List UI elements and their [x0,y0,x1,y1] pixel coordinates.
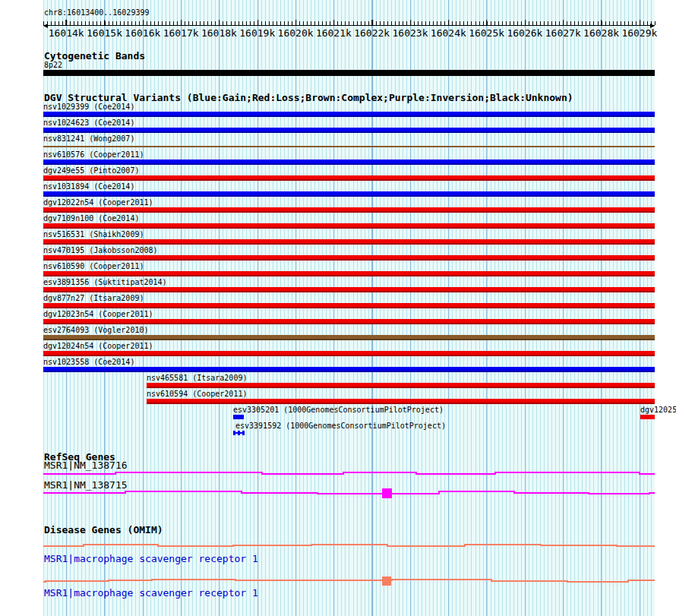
gene-model-line [43,545,655,546]
region-coordinates-label: chr8:16013400..16029399 [44,8,149,17]
dgv-feature-label[interactable]: nsv610590 (Cooper2011) [43,262,144,270]
gene-exon-marker [382,488,392,498]
ruler-tick-label: 16027k [545,28,581,38]
track-title-cytogenetic-bands: Cytogenetic Bands [44,51,145,62]
dgv-feature-label[interactable]: dgv7109n100 (Coe2014) [43,214,139,223]
dgv-feature-label[interactable]: esv3891356 (Suktitipat2014) [43,278,167,286]
omim-gene-label[interactable]: MSR1|macrophage scavenger receptor 1 [44,588,258,598]
dgv-feature-label[interactable]: dgv877n27 (Itsara2009) [43,294,144,302]
dgv-feature-bar[interactable] [43,128,655,133]
dgv-feature-bar[interactable] [43,319,655,324]
cytoband-bar[interactable] [43,70,655,76]
ruler-tick-label: 16021k [316,28,352,38]
dgv-feature-label[interactable]: dgv249e55 (Pinto2007) [43,166,139,175]
dgv-feature-label[interactable]: esv3391592 (1000GenomesConsortiumPilotPr… [235,422,446,430]
ruler-tick-label: 16017k [163,28,199,38]
refseq-gene-label[interactable]: MSR1|NM_138716 [44,460,128,470]
dgv-feature-label[interactable]: dgv12023n54 (Cooper2011) [43,310,153,318]
dgv-feature-bar[interactable] [147,383,655,388]
ruler-left-arrow-icon [43,24,48,28]
track-title-dgv-structural-variants: DGV Structural Variants (Blue:Gain;Red:L… [44,93,573,103]
dgv-feature-label[interactable]: nsv516531 (Shaikh2009) [43,230,144,239]
dgv-feature-label[interactable]: dgv12022n54 (Cooper2011) [43,198,153,207]
gene-exon-marker [382,577,391,586]
gene-model-line [43,472,655,474]
dgv-feature-bar[interactable] [43,335,655,340]
dgv-feature-bar[interactable] [640,415,655,419]
ruler-tick-label: 16014k [49,28,84,38]
dgv-feature-label[interactable]: esv2764093 (Vogler2010) [43,326,148,334]
dgv-feature-label[interactable]: nsv1023558 (Coe2014) [43,358,134,366]
genome-browser-page: chr8:16013400..16029399 16014k16015k1601… [0,0,676,616]
dgv-feature-bar[interactable] [43,175,655,181]
ruler-tick-label: 16024k [431,28,466,38]
dgv-feature-label[interactable]: nsv470195 (Jakobsson2008) [43,246,158,254]
ruler-tick-label: 16025k [469,28,504,38]
ruler-tick-label: 16028k [583,28,619,38]
gene-model-line [43,580,655,582]
ruler-tick-label: 16029k [621,28,657,38]
dgv-feature-bar[interactable] [43,112,655,117]
ruler-tick-label: 16026k [507,28,542,38]
dgv-feature-label[interactable]: dgv12024n54 (Cooper2011) [43,342,153,350]
dgv-feature-bar[interactable] [43,207,655,213]
dgv-feature-label[interactable]: dgv12025 [640,406,676,414]
dgv-feature-label[interactable]: nsv610576 (Cooper2011) [43,150,144,159]
ruler-tick-label: 16022k [354,28,390,38]
hatched-bar-crossbar [233,432,245,434]
dgv-feature-label[interactable]: nsv1024623 (Coe2014) [43,118,134,127]
dgv-feature-bar[interactable] [43,146,655,147]
dgv-feature-label[interactable]: nsv831241 (Wong2007) [43,134,134,143]
gene-model-line [43,491,655,494]
dgv-feature-bar[interactable] [43,367,655,372]
dgv-feature-label[interactable]: nsv610594 (Cooper2011) [147,390,247,398]
dgv-feature-label[interactable]: nsv1029399 (Coe2014) [43,103,134,111]
dgv-feature-bar[interactable] [43,223,655,229]
dgv-feature-bar[interactable] [43,160,655,165]
dgv-feature-bar[interactable] [43,255,655,261]
ruler-tick-label: 16016k [125,28,160,38]
dgv-feature-bar[interactable] [43,191,655,197]
ruler-tick-label: 16015k [87,28,122,38]
dgv-feature-bar[interactable] [147,399,655,404]
cytoband-label[interactable]: 8p22 [44,61,62,69]
dgv-feature-bar[interactable] [43,287,655,292]
plot-area: chr8:16013400..16029399 16014k16015k1601… [43,0,655,616]
ruler-tick-label: 16018k [201,28,237,38]
track-title-disease-genes-omim: Disease Genes (OMIM) [44,525,163,535]
dgv-feature-label[interactable]: esv3305201 (1000GenomesConsortiumPilotPr… [233,406,444,414]
ruler-tick-label: 16020k [278,28,314,38]
dgv-feature-bar[interactable] [43,271,655,276]
dgv-feature-bar[interactable] [43,351,655,356]
dgv-feature-bar[interactable] [43,239,655,245]
omim-gene-label[interactable]: MSR1|macrophage scavenger receptor 1 [44,554,258,564]
ruler-tick-label: 16023k [393,28,428,38]
dgv-feature-bar[interactable] [233,415,244,419]
ruler-axis-line [43,25,655,26]
ruler-tick-label: 16019k [239,28,275,38]
refseq-gene-label[interactable]: MSR1|NM_138715 [44,480,128,490]
dgv-feature-label[interactable]: nsv1031894 (Coe2014) [43,182,134,191]
dgv-feature-bar[interactable] [233,431,245,435]
dgv-feature-bar[interactable] [43,303,655,308]
dgv-feature-label[interactable]: nsv465581 (Itsara2009) [147,374,247,382]
